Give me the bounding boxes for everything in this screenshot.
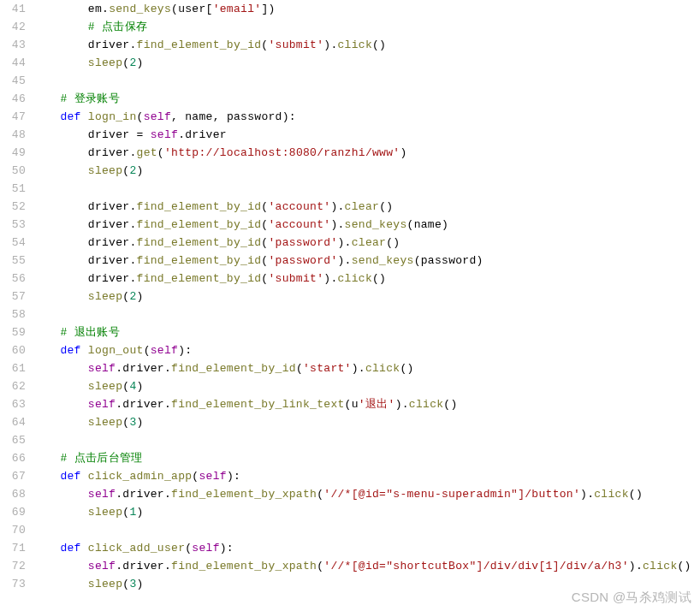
line-number: 61 — [0, 359, 26, 377]
line-number: 42 — [0, 18, 26, 36]
code-line: def click_add_user(self): — [33, 539, 700, 557]
line-number: 70 — [0, 521, 26, 539]
code-line — [33, 72, 700, 90]
code-line: em.send_keys(user['email']) — [33, 0, 700, 18]
code-line — [33, 180, 700, 198]
line-number: 50 — [0, 162, 26, 180]
line-number: 45 — [0, 72, 26, 90]
line-number: 67 — [0, 467, 26, 485]
line-number: 58 — [0, 306, 26, 323]
code-line: # 点击后台管理 — [33, 449, 700, 467]
line-number: 72 — [0, 557, 26, 575]
line-number: 43 — [0, 36, 26, 54]
code-line — [33, 306, 700, 323]
line-number: 73 — [0, 575, 26, 593]
code-line: # 登录账号 — [33, 90, 700, 108]
code-line: # 退出账号 — [33, 323, 700, 341]
line-number: 59 — [0, 323, 26, 341]
line-number: 53 — [0, 216, 26, 234]
line-number-gutter: 4142434445464748495051525354555657585960… — [0, 0, 33, 593]
line-number: 52 — [0, 198, 26, 216]
line-number: 68 — [0, 485, 26, 503]
code-line: driver.find_element_by_id('password').cl… — [33, 234, 700, 252]
code-line — [33, 521, 700, 539]
code-line: driver.find_element_by_id('account').cle… — [33, 198, 700, 216]
line-number: 47 — [0, 108, 26, 126]
line-number: 60 — [0, 341, 26, 359]
line-number: 71 — [0, 539, 26, 557]
line-number: 64 — [0, 413, 26, 431]
code-content: em.send_keys(user['email']) # 点击保存 drive… — [33, 0, 700, 593]
code-line: driver.find_element_by_id('password').se… — [33, 252, 700, 270]
code-line: driver.find_element_by_id('submit').clic… — [33, 36, 700, 54]
code-line: sleep(1) — [33, 503, 700, 521]
line-number: 48 — [0, 126, 26, 144]
code-line: self.driver.find_element_by_id('start').… — [33, 359, 700, 377]
code-line: # 点击保存 — [33, 18, 700, 36]
code-line — [33, 431, 700, 449]
line-number: 63 — [0, 395, 26, 413]
line-number: 51 — [0, 180, 26, 198]
code-line: self.driver.find_element_by_xpath('//*[@… — [33, 557, 700, 575]
code-line: sleep(2) — [33, 54, 700, 72]
code-line: self.driver.find_element_by_xpath('//*[@… — [33, 485, 700, 503]
code-line: driver.find_element_by_id('submit').clic… — [33, 270, 700, 288]
line-number: 55 — [0, 252, 26, 270]
line-number: 54 — [0, 234, 26, 252]
line-number: 44 — [0, 54, 26, 72]
line-number: 46 — [0, 90, 26, 108]
code-line: sleep(2) — [33, 288, 700, 306]
code-line: self.driver.find_element_by_link_text(u'… — [33, 395, 700, 413]
line-number: 62 — [0, 377, 26, 395]
code-line: driver.find_element_by_id('account').sen… — [33, 216, 700, 234]
line-number: 49 — [0, 144, 26, 162]
line-number: 66 — [0, 449, 26, 467]
line-number: 69 — [0, 503, 26, 521]
code-line: def logn_in(self, name, password): — [33, 108, 700, 126]
line-number: 65 — [0, 431, 26, 449]
code-block: 4142434445464748495051525354555657585960… — [0, 0, 700, 593]
code-line: sleep(3) — [33, 575, 700, 593]
line-number: 41 — [0, 0, 26, 18]
code-line: def logn_out(self): — [33, 341, 700, 359]
line-number: 56 — [0, 270, 26, 288]
code-line: def click_admin_app(self): — [33, 467, 700, 485]
code-line: sleep(2) — [33, 162, 700, 180]
code-line: driver = self.driver — [33, 126, 700, 144]
code-line: sleep(3) — [33, 413, 700, 431]
line-number: 57 — [0, 288, 26, 306]
code-line: sleep(4) — [33, 377, 700, 395]
code-line: driver.get('http://localhost:8080/ranzhi… — [33, 144, 700, 162]
